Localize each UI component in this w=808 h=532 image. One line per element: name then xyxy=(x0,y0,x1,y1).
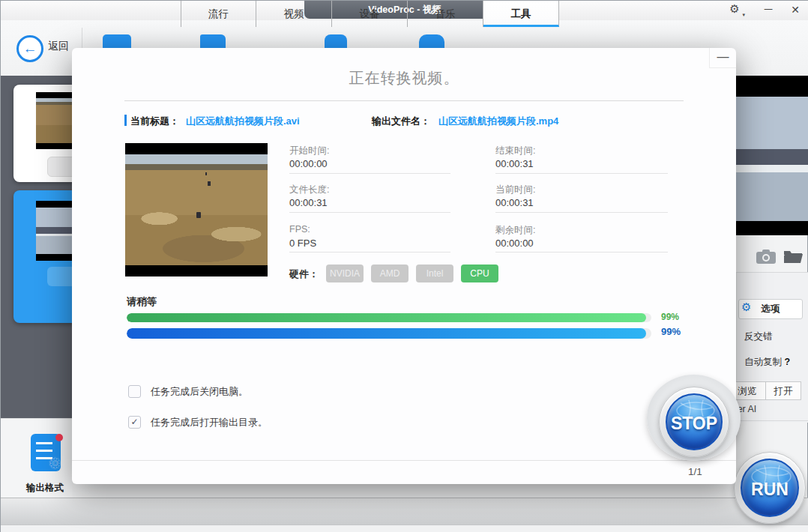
run-button[interactable]: RUN xyxy=(741,459,799,517)
divider xyxy=(736,420,808,421)
preview-player-frame xyxy=(736,97,808,221)
remaining-time-label: 剩余时间: xyxy=(495,224,535,237)
progress-bar-total xyxy=(127,328,651,339)
output-name-value: 山区远航航拍视频片段.mp4 xyxy=(438,115,558,128)
auto-copy-label[interactable]: 自动复制 ? xyxy=(744,356,790,369)
stop-button[interactable]: STOP xyxy=(666,393,723,450)
start-time-label: 开始时间: xyxy=(289,145,329,157)
help-icon[interactable]: ? xyxy=(784,357,790,367)
conversion-dialog: — 正在转换视频。 当前标题： 山区远航航拍视频片段.avi 输出文件名： 山区… xyxy=(72,48,736,484)
hardware-nvidia-button[interactable]: NVIDIA xyxy=(326,265,364,282)
tab-video[interactable]: 视频 xyxy=(256,1,332,27)
check-icon: ✓ xyxy=(130,417,138,427)
window-close-button[interactable]: ✕ xyxy=(785,1,806,19)
end-time-value: 00:00:31 xyxy=(495,158,534,169)
output-name-label: 输出文件名： xyxy=(372,115,430,128)
fps-value: 0 FPS xyxy=(289,238,316,249)
back-button-label[interactable]: 返回 xyxy=(48,40,69,53)
open-output-dir-checkbox[interactable]: ✓ xyxy=(128,416,141,429)
accent-bar xyxy=(124,115,127,126)
divider xyxy=(289,212,450,213)
tab-device[interactable]: 设备 xyxy=(332,1,408,27)
start-time-value: 00:00:00 xyxy=(289,158,328,169)
settings-gear-icon[interactable]: ⚙▾ xyxy=(725,2,744,18)
progress-percent-current: 99% xyxy=(661,312,679,322)
open-button[interactable]: 打开 xyxy=(765,381,801,400)
output-format-gear-icon: ⚙ xyxy=(49,455,61,472)
deinterlace-label[interactable]: 反交错 xyxy=(744,330,773,343)
current-title-value: 山区远航航拍视频片段.avi xyxy=(186,115,300,128)
progress-percent-total: 99% xyxy=(661,326,681,337)
snapshot-camera-icon[interactable] xyxy=(756,250,776,267)
category-tab-bar xyxy=(1,498,808,525)
app-window: VideoProc - 视频 ⚙▾ ─ ✕ ← 返回 ⚙ 输出格式 选项 ⚙ 反… xyxy=(0,0,808,532)
divider xyxy=(289,173,450,174)
divider xyxy=(72,460,736,461)
tab-popular[interactable]: 流行 xyxy=(181,1,256,27)
video-folder-icon[interactable] xyxy=(200,34,226,49)
remaining-time-value: 00:00:00 xyxy=(495,238,534,249)
task-counter: 1/1 xyxy=(688,466,702,477)
caret-down-icon: ▾ xyxy=(742,12,745,18)
file-length-value: 00:00:31 xyxy=(289,197,328,208)
divider xyxy=(495,252,668,253)
dialog-minimize-button[interactable]: — xyxy=(709,48,736,68)
fps-label: FPS: xyxy=(289,224,310,235)
conversion-preview-thumbnail xyxy=(125,143,268,276)
video-card-2-selected[interactable] xyxy=(13,190,79,323)
video-card-1[interactable] xyxy=(13,85,79,182)
music-source-icon[interactable] xyxy=(325,34,347,49)
auto-copy-text: 自动复制 xyxy=(744,357,782,367)
shutdown-after-task-checkbox[interactable]: ✓ xyxy=(128,385,141,398)
divider xyxy=(124,100,684,101)
please-wait-label: 请稍等 xyxy=(127,295,157,309)
preview-vehicles xyxy=(196,212,201,218)
open-folder-icon[interactable] xyxy=(783,249,803,266)
options-gear-icon: ⚙ xyxy=(741,300,751,314)
progress-fill-total xyxy=(127,328,646,339)
bottom-strip xyxy=(1,525,808,532)
shutdown-after-task-label[interactable]: 任务完成后关闭电脑。 xyxy=(151,385,248,399)
window-minimize-button[interactable]: ─ xyxy=(758,1,779,19)
divider xyxy=(495,173,668,174)
current-time-label: 当前时间: xyxy=(495,184,535,196)
gear-glyph: ⚙ xyxy=(729,2,739,15)
tab-tools[interactable]: 工具 xyxy=(483,1,559,27)
open-output-dir-label[interactable]: 任务完成后打开输出目录。 xyxy=(151,416,268,429)
back-button[interactable]: ← xyxy=(16,35,43,62)
end-time-label: 结束时间: xyxy=(495,145,535,157)
dvd-source-icon[interactable] xyxy=(419,34,444,49)
divider xyxy=(289,252,450,253)
divider xyxy=(495,212,668,213)
dialog-title: 正在转换视频。 xyxy=(72,68,736,88)
video-source-icon[interactable] xyxy=(103,34,131,49)
output-format-label[interactable]: 输出格式 xyxy=(26,482,64,495)
hardware-label: 硬件： xyxy=(289,267,319,281)
progress-bar-current xyxy=(127,313,651,322)
notification-dot xyxy=(55,434,63,441)
current-title-label: 当前标题： xyxy=(130,115,179,128)
hardware-cpu-button[interactable]: CPU xyxy=(461,265,498,282)
hardware-intel-button[interactable]: Intel xyxy=(416,265,453,282)
hardware-amd-button[interactable]: AMD xyxy=(371,265,408,282)
progress-fill-current xyxy=(127,313,646,322)
current-time-value: 00:00:31 xyxy=(495,197,534,208)
file-length-label: 文件长度: xyxy=(289,184,329,196)
back-arrow-icon: ← xyxy=(23,40,37,56)
preview-image xyxy=(125,154,268,265)
tab-music[interactable]: 音乐 xyxy=(408,1,483,27)
